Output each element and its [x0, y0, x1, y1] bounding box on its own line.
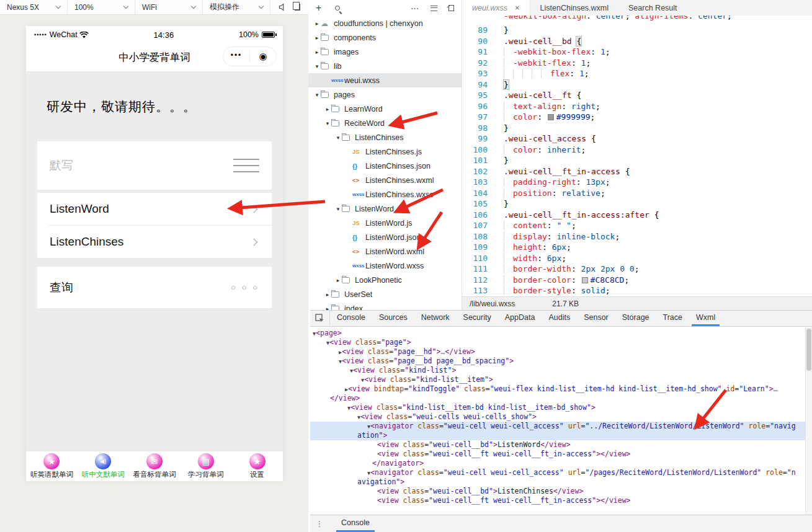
clipped-code-line: -webkit-box-align: center; align-items: … [462, 16, 812, 25]
devtools-tab-trace[interactable]: Trace [659, 311, 687, 326]
tree-closed-arrow-icon[interactable]: ▸ [313, 49, 321, 55]
wxml-node-line[interactable]: ▼<view class="page"> [310, 338, 812, 347]
code-area[interactable]: -webkit-box-align: center; align-items: … [462, 16, 812, 296]
wxml-node-line[interactable]: <view class="weui-cell__bd">ListenChinse… [310, 487, 812, 496]
dictation-card[interactable]: 默写 [37, 141, 272, 190]
tree-item-listenword-wxss[interactable]: wxssListenWord.wxss [308, 259, 462, 273]
close-tab-icon[interactable]: × [515, 3, 520, 12]
simulate-selector[interactable]: 模拟操作 [203, 0, 270, 14]
devtools-tab-security[interactable]: Security [459, 311, 496, 326]
sort-list-icon[interactable] [431, 6, 437, 11]
tabbar-item-[interactable]: ▤学习背单词 [180, 451, 231, 481]
tree-open-arrow-icon[interactable]: ▾ [334, 206, 342, 212]
search-icon[interactable] [335, 6, 340, 11]
tree-item-listenword-js[interactable]: JSListenWord.js [308, 216, 462, 230]
wxml-node-line[interactable]: </navigator> [310, 459, 812, 468]
editor-tab-search-result[interactable]: Search Result [618, 0, 687, 16]
editor-tab-weui-wxss[interactable]: weui.wxss× [462, 0, 530, 16]
copy-icon[interactable] [295, 4, 300, 11]
wxml-node-line[interactable]: ▼<view class="kind-list__item"> [310, 375, 812, 384]
code-line: 93flex: 1; [462, 68, 812, 79]
wxml-node-line[interactable]: <view class="weui-cell__ft weui-cell__ft… [310, 496, 812, 505]
tree-closed-arrow-icon[interactable]: ▸ [324, 291, 331, 298]
tree-closed-arrow-icon[interactable]: ▸ [324, 306, 331, 311]
tree-open-arrow-icon[interactable]: ▾ [324, 120, 331, 126]
inspect-element-icon[interactable] [310, 311, 330, 326]
tree-closed-arrow-icon[interactable]: ▸ [313, 20, 321, 27]
tabbar-item-[interactable]: ◀)听中文默单词 [78, 451, 129, 481]
tabbar-item-[interactable]: ✉看音标背单词 [129, 451, 181, 481]
wxml-node-line[interactable]: ▼<page> [310, 329, 812, 338]
list-item-listenchinses[interactable]: ListenChinses [37, 226, 272, 258]
add-file-icon[interactable]: + [316, 2, 321, 14]
tabbar-item-[interactable]: ★设置 [231, 451, 283, 481]
query-card[interactable]: 查询 ○ ○ ○ [37, 267, 272, 308]
device-selector[interactable]: Nexus 5X [0, 0, 68, 14]
wxml-node-line[interactable]: avigation"> [310, 477, 812, 487]
tree-open-arrow-icon[interactable]: ▾ [313, 63, 321, 69]
wxml-node-line[interactable]: ▼<navigator class="weui-cell weui-cell_a… [310, 468, 812, 477]
kebab-menu-icon[interactable]: ⋮ [310, 515, 329, 532]
tree-item-lib[interactable]: ▾lib [308, 59, 462, 73]
scrollbar-thumb[interactable] [806, 329, 811, 371]
tree-item-lookphonetic[interactable]: ▸LookPhonetic [308, 273, 462, 287]
tree-item-images[interactable]: ▸images [308, 45, 462, 59]
wxml-node-line[interactable]: ▼<view class="kind-list"> [310, 366, 812, 375]
devtools-tab-sources[interactable]: Sources [375, 311, 412, 326]
devtools-tab-sensor[interactable]: Sensor [579, 311, 613, 326]
tree-open-arrow-icon[interactable]: ▾ [334, 135, 342, 141]
tree-item-components[interactable]: ▸components [308, 30, 462, 45]
zoom-selector[interactable]: 100% [68, 0, 135, 14]
tree-item-listenword-wxml[interactable]: <>ListenWord.wxml [308, 244, 462, 259]
tabbar-item-[interactable]: ★听英语默单词 [26, 451, 78, 481]
wxml-tree-pane[interactable]: ▼<page>▼<view class="page">▶<view class=… [310, 327, 812, 515]
devtools-tab-wxml[interactable]: Wxml [692, 311, 720, 326]
wxml-node-line[interactable]: <view class="weui-cell__ft weui-cell__ft… [310, 450, 812, 459]
tree-item-reciteword[interactable]: ▾ReciteWord [308, 116, 462, 130]
wxml-node-line[interactable]: ▼<navigator class="weui-cell weui-cell_a… [310, 422, 812, 431]
bottom-console-tab[interactable]: Console [336, 515, 375, 532]
tree-closed-arrow-icon[interactable]: ▸ [313, 35, 321, 41]
list-item-listenword[interactable]: ListenWord [37, 193, 272, 225]
chevron-down-icon [123, 3, 128, 8]
devtools-tab-storage[interactable]: Storage [618, 311, 654, 326]
tree-closed-arrow-icon[interactable]: ▸ [324, 106, 331, 112]
more-options-icon[interactable]: ⋯ [411, 4, 419, 13]
tree-item-listenword[interactable]: ▾ListenWord [308, 202, 462, 216]
network-selector[interactable]: WiFi [135, 0, 203, 14]
wxml-node-line[interactable]: </view> [310, 394, 812, 403]
tree-item-weui-wxss[interactable]: wxssweui.wxss [308, 73, 462, 87]
capsule-more-icon[interactable]: ••• [223, 51, 249, 62]
tree-item-cloudfunctions-chenxyon[interactable]: ▸☁cloudfunctions | chenxyon [308, 16, 462, 30]
devtools-tab-network[interactable]: Network [417, 311, 454, 326]
tree-item-userset[interactable]: ▸UserSet [308, 287, 462, 301]
wxml-node-line[interactable]: <view class="weui-cell__bd">ListenWord</… [310, 440, 812, 450]
wxml-node-line[interactable]: ation"> [310, 431, 812, 440]
wxml-node-line[interactable]: ▼<view class="page__bd page__bd_spacing"… [310, 357, 812, 366]
devtools-tab-appdata[interactable]: AppData [501, 311, 540, 326]
tree-item-listenchinses-js[interactable]: JSListenChinses.js [308, 144, 462, 159]
tree-item-listenword-json[interactable]: {}ListenWord.json [308, 230, 462, 244]
tree-item-listenchinses-wxss[interactable]: wxssListenChinses.wxss [308, 187, 462, 202]
editor-tab-listenchinses-wxml[interactable]: ListenChinses.wxml [530, 0, 618, 16]
hamburger-icon[interactable] [233, 154, 259, 177]
collapse-all-icon[interactable] [448, 5, 454, 11]
tree-item-listenchinses-json[interactable]: {}ListenChinses.json [308, 159, 462, 173]
json-file-icon: {} [352, 234, 363, 241]
sound-icon[interactable] [279, 3, 287, 11]
tree-item-listenchinses-wxml[interactable]: <>ListenChinses.wxml [308, 173, 462, 187]
wxml-node-line[interactable]: ▶<view class="page__hd">…</view> [310, 347, 812, 357]
tree-item-index[interactable]: ▸index [308, 301, 462, 310]
tree-item-learnword[interactable]: ▸LearnWord [308, 102, 462, 116]
tree-item-listenchinses[interactable]: ▾ListenChinses [308, 130, 462, 144]
tree-open-arrow-icon[interactable]: ▾ [313, 92, 321, 98]
scrollbar[interactable] [805, 327, 812, 515]
devtools-tab-console[interactable]: Console [332, 311, 370, 326]
devtools-tab-audits[interactable]: Audits [544, 311, 574, 326]
capsule-home-icon[interactable]: ◉ [250, 51, 276, 62]
tree-closed-arrow-icon[interactable]: ▸ [334, 277, 342, 283]
wxml-node-line[interactable]: ▶<view bindtap="kindToggle" class="weui-… [310, 384, 812, 394]
wxml-node-line[interactable]: ▼<view class="weui-cells weui-cells_show… [310, 412, 812, 422]
wxml-node-line[interactable]: ▼<view class="kind-list__item-bd kind-li… [310, 403, 812, 412]
tree-item-pages[interactable]: ▾pages [308, 87, 462, 102]
